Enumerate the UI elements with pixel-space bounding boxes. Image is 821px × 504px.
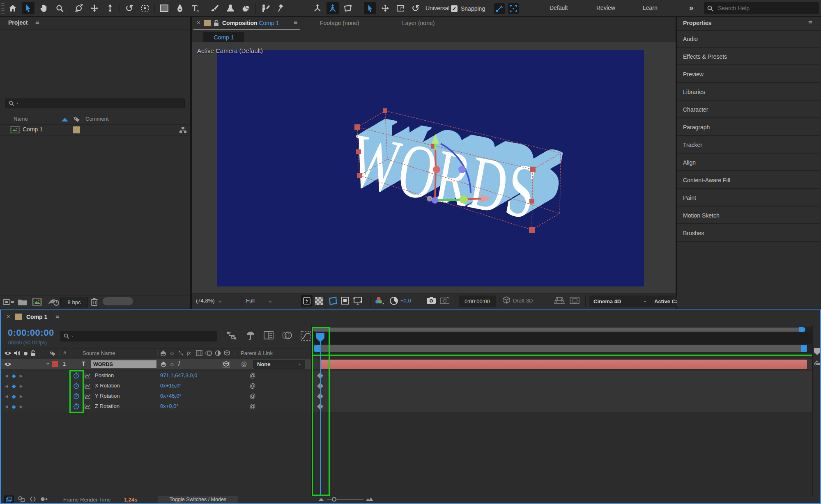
selection-tool-icon[interactable] (22, 2, 34, 14)
expand-layer-switches-icon[interactable] (4, 495, 14, 504)
panel-tab-preview[interactable]: Preview (677, 66, 820, 83)
composition-mini-flowchart-icon[interactable] (227, 332, 237, 340)
panel-tab-audio[interactable]: Audio (677, 31, 820, 48)
proxy-icon[interactable] (48, 298, 59, 306)
keyframe-active-icon[interactable]: ◆ (12, 403, 16, 410)
view-axis-mode-icon[interactable] (342, 2, 354, 14)
layer-duration-bar[interactable] (321, 360, 807, 369)
parent-link-column-header[interactable]: Parent & Link (241, 350, 273, 356)
workspace-tab-learn[interactable]: Learn (643, 5, 658, 11)
expand-in-out-icon[interactable] (30, 496, 36, 502)
brush-tool-icon[interactable] (209, 2, 221, 14)
panel-tab-paragraph[interactable]: Paragraph (677, 119, 820, 136)
project-column-comment[interactable]: Comment (85, 116, 108, 122)
graph-toggle-icon[interactable] (85, 383, 91, 389)
comp-breadcrumb[interactable]: Comp 1 (203, 32, 244, 42)
panel-tab-motion-sketch[interactable]: Motion Sketch (677, 207, 820, 224)
rectangle-tool-icon[interactable] (158, 2, 170, 14)
next-keyframe-icon[interactable]: ▶ (20, 373, 23, 378)
search-options-chevron-icon[interactable]: ⌄ (71, 333, 74, 337)
property-name[interactable]: Position (95, 372, 114, 378)
layer-name-cell[interactable]: WORDS (91, 360, 156, 368)
region-of-interest-button-icon[interactable] (341, 297, 349, 305)
project-item-name[interactable]: Comp 1 (23, 126, 43, 133)
toggle-switches-modes-button[interactable]: Toggle Switches / Modes (158, 496, 238, 503)
work-area-bar[interactable] (312, 344, 812, 353)
property-value[interactable]: 971,1,647,3,0,0 (160, 372, 197, 378)
flowchart-icon[interactable] (179, 126, 186, 133)
help-search-box[interactable] (704, 2, 819, 14)
timeline-zoom-knob[interactable] (332, 497, 336, 502)
guides-grid-options-icon[interactable] (353, 296, 363, 305)
comp-marker-bin-icon[interactable] (814, 348, 820, 355)
item-label-color[interactable] (73, 126, 80, 133)
search-options-chevron-icon[interactable]: ⌄ (16, 100, 19, 105)
zoom-in-timeline-icon[interactable] (366, 497, 374, 502)
property-row-x-rotation[interactable]: ◀◆▶ X Rotation 0x+15,0° @ (1, 381, 311, 392)
layer-shy-switch-icon[interactable] (161, 362, 166, 367)
layer-label-color[interactable] (52, 361, 58, 367)
property-value[interactable]: 0x+0,0° (160, 403, 179, 409)
project-search-box[interactable]: ⌄ (5, 99, 185, 108)
timeline-search-box[interactable]: ⌄ (60, 331, 217, 341)
project-scrollbar-thumb[interactable] (103, 297, 133, 305)
property-row-position[interactable]: ◀◆▶ Position 971,1,647,3,0,0 @ (1, 371, 311, 381)
interpret-footage-icon[interactable] (3, 298, 14, 306)
composition-tab-label[interactable]: Composition (222, 20, 258, 26)
layer-visibility-eye-icon[interactable] (4, 362, 11, 367)
panel-tab-brushes[interactable]: Brushes (677, 225, 820, 242)
footage-tab[interactable]: Footage (none) (320, 20, 359, 26)
project-panel-menu-icon[interactable]: ≡ (35, 18, 39, 27)
type-tool-icon[interactable]: T, (189, 2, 202, 14)
graph-toggle-icon[interactable] (85, 394, 91, 399)
layer-3d-switch-icon[interactable] (223, 361, 230, 368)
help-search-input[interactable] (717, 5, 809, 12)
world-axis-mode-icon[interactable] (327, 2, 339, 14)
panel-tab-align[interactable]: Align (677, 154, 820, 171)
next-keyframe-icon[interactable]: ▶ (20, 394, 23, 399)
comp-button-icon[interactable] (814, 360, 821, 366)
snapping-label[interactable]: Snapping (461, 5, 485, 12)
label-column-tag-icon[interactable] (73, 116, 80, 122)
hand-tool-icon[interactable] (38, 2, 50, 14)
snap-edges-toggle-icon[interactable] (494, 3, 505, 14)
graph-toggle-icon[interactable] (85, 373, 91, 378)
panel-tab-tracker[interactable]: Tracker (677, 137, 820, 153)
new-folder-icon[interactable] (18, 298, 27, 305)
zoom-tool-icon[interactable] (53, 2, 66, 14)
roto-brush-tool-icon[interactable] (259, 2, 271, 14)
snapping-checkbox[interactable]: ✓ (451, 5, 458, 12)
position-gizmo-icon[interactable] (379, 2, 391, 14)
timeline-track-area[interactable] (312, 325, 812, 496)
clone-stamp-tool-icon[interactable] (224, 2, 237, 14)
property-pick-whip-icon[interactable]: @ (250, 372, 255, 379)
property-row-y-rotation[interactable]: ◀◆▶ Y Rotation 0x+45,0° @ (1, 391, 311, 402)
number-column-header[interactable]: # (63, 350, 66, 356)
keyframe-active-icon[interactable]: ◆ (12, 393, 16, 399)
channel-rgb-icon[interactable] (375, 296, 384, 305)
rotation-gizmo-icon[interactable]: ↺ (409, 2, 422, 14)
frame-blending-icon[interactable] (264, 331, 274, 340)
home-icon[interactable] (7, 2, 19, 14)
bit-depth-button[interactable]: 8 bpc (60, 297, 88, 307)
lock-icon[interactable] (214, 20, 219, 26)
zoom-out-timeline-icon[interactable] (318, 497, 324, 501)
ground-plane-icon[interactable] (554, 297, 565, 304)
property-value[interactable]: 0x+45,0° (160, 393, 182, 399)
viewer-menu-icon[interactable]: ≡ (294, 19, 297, 26)
mask-visibility-icon[interactable] (328, 296, 338, 305)
local-axis-mode-icon[interactable] (311, 2, 324, 14)
panel-tab-paint[interactable]: Paint (677, 190, 820, 206)
composition-tab-close-icon[interactable]: × (197, 19, 200, 26)
viewer-pasteboard[interactable]: Active Camera (Default) WORDS (192, 42, 676, 293)
source-name-column-header[interactable]: Source Name (83, 350, 115, 356)
keyframe-active-icon[interactable]: ◆ (12, 373, 16, 379)
puppet-pin-tool-icon[interactable] (275, 2, 287, 14)
workspace-overflow-chevrons[interactable]: » (689, 3, 694, 12)
prev-keyframe-icon[interactable]: ◀ (5, 373, 8, 378)
toolbar-grip[interactable] (1, 3, 5, 14)
scrollbar-end-handle[interactable] (799, 327, 805, 332)
selection-gizmo-icon[interactable] (364, 2, 376, 14)
property-pick-whip-icon[interactable]: @ (250, 393, 255, 399)
layer-tab[interactable]: Layer (none) (402, 20, 435, 26)
